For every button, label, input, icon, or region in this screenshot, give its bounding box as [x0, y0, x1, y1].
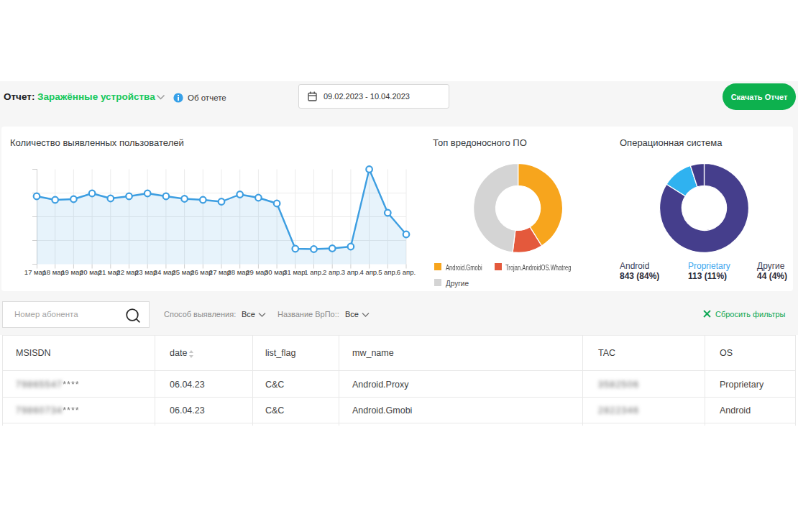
svg-text:6 апр.: 6 апр. [397, 268, 416, 276]
svg-text:1 апр.: 1 апр. [304, 268, 323, 276]
svg-text:31 мар.: 31 мар. [283, 268, 307, 276]
svg-text:4 апр.: 4 апр. [359, 268, 378, 276]
svg-text:3 апр.: 3 апр. [341, 268, 360, 276]
svg-text:5 апр.: 5 апр. [378, 268, 397, 276]
svg-text:2 апр.: 2 апр. [323, 268, 341, 276]
